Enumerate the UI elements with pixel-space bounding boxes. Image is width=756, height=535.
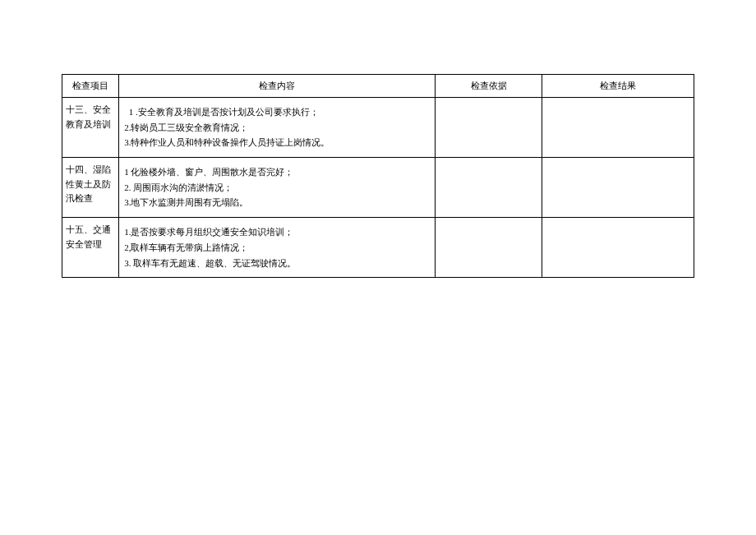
header-col4: 检查结果 [542,75,694,98]
row3-line2: 2,取样车辆有无带病上路情况； [124,240,430,256]
row1-item: 十三、安全教育及培训 [62,98,119,158]
row2-basis [435,158,542,218]
row1-line1: 1 .安全教育及培训是否按计划及公司要求执行； [124,104,430,120]
header-col1: 检查项目 [62,75,119,98]
inspection-table: 检查项目 检查内容 检查依据 检查结果 十三、安全教育及培训 1 .安全教育及培… [62,74,694,278]
row2-result [542,158,694,218]
row2-line1: 1 化验楼外墙、窗户、周围散水是否完好； [124,164,430,180]
row1-basis [435,98,542,158]
row2-line2: 2. 周围雨水沟的清淤情况； [124,180,430,196]
row2-item: 十四、湿陷性黄土及防汛检查 [62,158,119,218]
table-row: 十四、湿陷性黄土及防汛检查 1 化验楼外墙、窗户、周围散水是否完好； 2. 周围… [62,158,694,218]
row3-line1: 1.是否按要求每月组织交通安全知识培训； [124,224,430,240]
row1-line2: 2.转岗员工三级安全教育情况； [124,120,430,136]
row2-content: 1 化验楼外墙、窗户、周围散水是否完好； 2. 周围雨水沟的清淤情况； 3.地下… [119,158,436,218]
header-col3: 检查依据 [435,75,542,98]
table-row: 十三、安全教育及培训 1 .安全教育及培训是否按计划及公司要求执行； 2.转岗员… [62,98,694,158]
row1-result [542,98,694,158]
row2-line3: 3.地下水监测井周围有无塌陷。 [124,195,430,210]
row3-line3: 3. 取样车有无超速、超载、无证驾驶情况。 [124,256,430,271]
row3-content: 1.是否按要求每月组织交通安全知识培训； 2,取样车辆有无带病上路情况； 3. … [119,218,436,278]
header-col2: 检查内容 [119,75,436,98]
row3-result [542,218,694,278]
row1-content: 1 .安全教育及培训是否按计划及公司要求执行； 2.转岗员工三级安全教育情况； … [119,98,436,158]
table-header-row: 检查项目 检查内容 检查依据 检查结果 [62,75,694,98]
row1-line3: 3.特种作业人员和特种设备操作人员持证上岗情况。 [124,135,430,150]
row3-item: 十五、交通安全管理 [62,218,119,278]
table-row: 十五、交通安全管理 1.是否按要求每月组织交通安全知识培训； 2,取样车辆有无带… [62,218,694,278]
row3-basis [435,218,542,278]
